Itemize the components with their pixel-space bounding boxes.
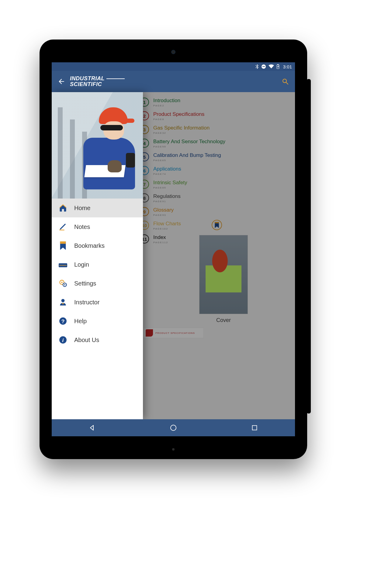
help-icon: ? xyxy=(58,316,68,326)
svg-line-5 xyxy=(286,82,288,84)
svg-rect-12 xyxy=(64,265,65,266)
action-bar: INDUSTRIAL SCIENTIFIC xyxy=(52,71,295,92)
drawer-item-label: Help xyxy=(74,318,87,325)
drawer-item-settings[interactable]: Settings xyxy=(52,274,143,293)
drawer-item-about-us[interactable]: iAbout Us xyxy=(52,330,143,349)
tablet-camera xyxy=(171,50,175,54)
drawer-list: HomeNotesBookmarksLoginSettingsInstructo… xyxy=(52,199,143,419)
drawer-item-label: Login xyxy=(74,261,89,268)
screen: 3:01 INDUSTRIAL SCIENTIFIC 1Introduction… xyxy=(52,62,295,436)
tablet-side xyxy=(307,79,311,413)
settings-icon xyxy=(58,279,68,288)
svg-rect-24 xyxy=(252,426,257,430)
dnd-icon xyxy=(261,64,266,69)
about-us-icon: i xyxy=(58,335,68,344)
svg-point-23 xyxy=(171,425,176,431)
drawer-item-label: Notes xyxy=(74,223,90,230)
svg-point-15 xyxy=(61,282,63,283)
bluetooth-icon xyxy=(255,64,259,69)
svg-rect-1 xyxy=(262,66,265,67)
svg-rect-9 xyxy=(61,265,61,266)
svg-rect-6 xyxy=(59,230,64,230)
bookmarks-icon xyxy=(58,241,68,250)
svg-point-17 xyxy=(64,284,65,285)
battery-charging-icon xyxy=(276,64,279,69)
wifi-icon xyxy=(269,64,274,69)
drawer-item-label: Bookmarks xyxy=(74,242,105,249)
status-time: 3:01 xyxy=(283,64,292,69)
logo-line1: INDUSTRIAL xyxy=(70,75,125,81)
tablet-home-indicator xyxy=(172,448,175,451)
svg-rect-8 xyxy=(60,265,60,266)
home-icon xyxy=(58,203,68,213)
logo-line2: SCIENTIFIC xyxy=(70,81,125,87)
search-button[interactable] xyxy=(281,77,290,86)
drawer-item-help[interactable]: ?Help xyxy=(52,312,143,330)
nav-recent-button[interactable] xyxy=(250,423,259,432)
drawer-item-home[interactable]: Home xyxy=(52,199,143,217)
svg-rect-3 xyxy=(277,64,279,65)
drawer-item-label: Settings xyxy=(74,280,96,287)
back-button[interactable] xyxy=(57,77,66,86)
svg-point-18 xyxy=(61,299,65,302)
svg-point-4 xyxy=(283,79,286,83)
notes-icon xyxy=(58,222,68,231)
content-area: 1IntroductionPAGE22Product Specification… xyxy=(52,92,295,419)
nav-home-button[interactable] xyxy=(169,423,178,432)
svg-rect-10 xyxy=(62,265,63,266)
drawer-item-label: Instructor xyxy=(74,299,99,306)
drawer-item-label: Home xyxy=(74,205,90,212)
nav-back-button[interactable] xyxy=(88,423,97,432)
drawer-item-notes[interactable]: Notes xyxy=(52,217,143,236)
login-icon xyxy=(58,260,68,269)
status-bar: 3:01 xyxy=(52,62,295,71)
drawer-item-bookmarks[interactable]: Bookmarks xyxy=(52,236,143,255)
drawer-hero-image xyxy=(52,92,143,199)
app-logo: INDUSTRIAL SCIENTIFIC xyxy=(70,76,125,87)
tablet-frame: 3:01 INDUSTRIAL SCIENTIFIC 1Introduction… xyxy=(40,40,307,459)
svg-rect-13 xyxy=(66,265,66,266)
svg-rect-11 xyxy=(63,265,64,266)
instructor-icon xyxy=(58,298,68,307)
svg-text:?: ? xyxy=(61,318,65,324)
drawer-item-label: About Us xyxy=(74,337,99,344)
android-nav-bar xyxy=(52,419,295,436)
drawer-item-login[interactable]: Login xyxy=(52,255,143,274)
drawer-item-instructor[interactable]: Instructor xyxy=(52,293,143,312)
navigation-drawer: HomeNotesBookmarksLoginSettingsInstructo… xyxy=(52,92,143,419)
